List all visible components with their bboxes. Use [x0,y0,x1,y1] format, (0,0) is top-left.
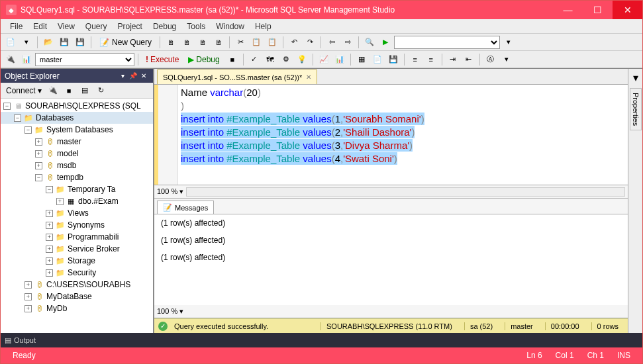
analysis-query-icon[interactable]: 🗎 [179,35,194,50]
stop-connect-icon[interactable]: ■ [62,83,76,98]
zoom-combo[interactable]: 100 % ▾ [157,187,183,196]
results-grid-icon[interactable]: ▦ [354,52,369,67]
new-query-button[interactable]: 📝 New Query [95,35,156,50]
close-button[interactable]: ✕ [613,1,642,19]
messages-pane[interactable]: (1 row(s) affected) (1 row(s) affected) … [154,214,628,305]
message-line: (1 row(s) affected) [161,218,621,228]
minimize-button[interactable]: — [553,1,583,19]
solution-config-combo[interactable] [394,36,500,49]
maximize-button[interactable]: ☐ [583,1,613,19]
horizontal-scrollbar[interactable] [186,187,625,197]
panel-close-icon[interactable]: ✕ [138,72,149,79]
tree-server[interactable]: −🖥SOURABH\SQLEXPRESS (SQL [1,100,153,112]
tree-programmability[interactable]: +📁Programmabili [1,231,153,243]
tree-db-tempdb[interactable]: −🛢tempdb [1,171,153,183]
xmla-query-icon[interactable]: 🗎 [211,35,226,50]
status-rows: 0 rows [591,322,624,330]
available-db-icon[interactable]: 📊 [19,52,34,67]
debug-button[interactable]: ▶ Debug [184,55,223,64]
connect-button[interactable]: Connect ▾ [3,86,44,95]
right-side-strip: ▾ Properties [628,69,642,333]
nav-back-icon[interactable]: ⇦ [324,35,339,50]
code-area[interactable]: Name varchar(20) ) insert into #Example_… [178,85,628,185]
tree-users-path[interactable]: +🛢C:\USERS\SOURABHS [1,279,153,291]
new-query-icon: 📝 [99,38,109,47]
tab-close-icon[interactable]: ✕ [306,73,311,81]
tree-system-databases[interactable]: −📁System Databases [1,124,153,136]
menu-tools[interactable]: Tools [181,21,211,32]
save-icon[interactable]: 💾 [57,35,72,50]
include-stats-icon[interactable]: 📊 [332,52,347,67]
dropdown-right-icon[interactable]: ▾ [633,71,638,84]
comment-icon[interactable]: ≡ [408,52,422,67]
find-icon[interactable]: 🔍 [362,35,377,50]
tree-synonyms[interactable]: +📁Synonyms [1,219,153,231]
menu-project[interactable]: Project [113,21,148,32]
menu-view[interactable]: View [52,21,80,32]
tree-storage[interactable]: +📁Storage [1,255,153,267]
toolbar2-overflow-icon[interactable]: ▾ [499,52,514,67]
query-options-icon[interactable]: ⚙ [279,52,293,67]
paste-icon[interactable]: 📋 [265,35,279,50]
de-query-icon[interactable]: 🗎 [164,35,178,50]
refresh-icon[interactable]: ↻ [93,83,108,98]
properties-tab[interactable]: Properties [630,88,642,130]
menu-debug[interactable]: Debug [148,21,181,32]
tree-views[interactable]: +📁Views [1,207,153,219]
msg-zoom-combo[interactable]: 100 % ▾ [157,307,183,316]
new-project-icon[interactable]: 📄 [3,35,18,50]
estimated-plan-icon[interactable]: 🗺 [263,52,277,67]
tree-service-broker[interactable]: +📁Service Broker [1,243,153,255]
open-icon[interactable]: 📂 [41,35,56,50]
pin-icon[interactable]: 📌 [128,72,138,79]
menu-window[interactable]: Window [211,21,250,32]
disconnect-icon[interactable]: 🔌 [46,83,60,98]
outdent-icon[interactable]: ⇤ [462,52,476,67]
results-file-icon[interactable]: 💾 [386,52,401,67]
nav-fwd-icon[interactable]: ⇨ [340,35,355,50]
stop-icon[interactable]: ■ [225,52,240,67]
menu-file[interactable]: File [5,21,28,32]
tree-mydb[interactable]: +🛢MyDb [1,302,153,314]
menu-help[interactable]: Help [250,21,277,32]
include-plan-icon[interactable]: 📈 [317,52,331,67]
cut-icon[interactable]: ✂ [233,35,248,50]
uncomment-icon[interactable]: ≡ [424,52,438,67]
tree-security[interactable]: +📁Security [1,267,153,279]
filter-icon[interactable]: ▤ [77,83,92,98]
intellisense-icon[interactable]: 💡 [295,52,309,67]
menu-query[interactable]: Query [80,21,113,32]
start-icon[interactable]: ▶ [378,35,393,50]
dropdown-icon[interactable]: ▾ [19,35,34,50]
tree-databases[interactable]: −📁Databases [1,112,153,124]
tree-db-model[interactable]: +🛢model [1,148,153,159]
specify-values-icon[interactable]: Ⓐ [483,52,498,67]
execute-icon: ! [146,55,148,64]
save-all-icon[interactable]: 💾 [73,35,87,50]
database-combo[interactable]: master [35,53,134,66]
tree-mydatabase[interactable]: +🛢MyDataBase [1,291,153,302]
messages-tab[interactable]: 📝 Messages [157,201,214,214]
document-tab[interactable]: SQLQuery1.sql - SO...SS.master (sa (52))… [157,69,317,84]
tree-temp-table[interactable]: +▦dbo.#Exam [1,195,153,207]
panel-dropdown-icon[interactable]: ▾ [117,72,128,79]
menu-edit[interactable]: Edit [28,21,52,32]
object-explorer-tree[interactable]: −🖥SOURABH\SQLEXPRESS (SQL −📁Databases −📁… [1,99,153,333]
parse-icon[interactable]: ✓ [247,52,262,67]
mdx-query-icon[interactable]: 🗎 [195,35,210,50]
indent-icon[interactable]: ⇥ [446,52,460,67]
redo-icon[interactable]: ↷ [303,35,317,50]
change-connection-icon[interactable]: 🔌 [3,52,18,67]
output-panel-tab[interactable]: ▤ Output [1,333,642,347]
results-text-icon[interactable]: 📄 [370,52,385,67]
undo-icon[interactable]: ↶ [287,35,301,50]
tree-db-msdb[interactable]: +🛢msdb [1,159,153,171]
toolbar-overflow-icon[interactable]: ▾ [501,35,516,50]
tree-db-master[interactable]: +🛢master [1,136,153,148]
execute-button[interactable]: ! Execute [142,55,183,64]
connect-toolbar: Connect ▾ 🔌 ■ ▤ ↻ [1,83,153,99]
object-explorer-panel: Object Explorer ▾ 📌 ✕ Connect ▾ 🔌 ■ ▤ ↻ … [1,69,154,333]
copy-icon[interactable]: 📋 [249,35,264,50]
sql-editor[interactable]: Name varchar(20) ) insert into #Example_… [154,85,628,185]
tree-temporary-tables[interactable]: −📁Temporary Ta [1,183,153,195]
